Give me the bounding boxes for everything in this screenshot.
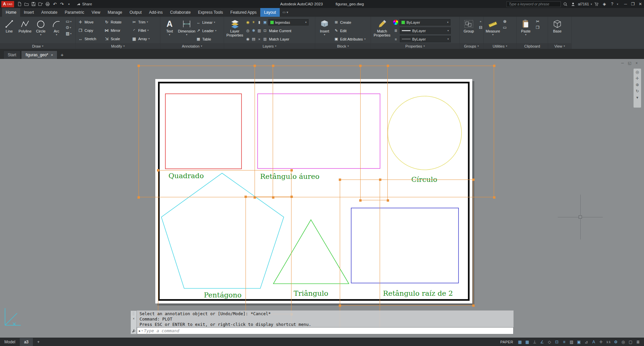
rotate-button[interactable]: ↻Rotate — [103, 20, 131, 24]
wrench-icon[interactable] — [132, 329, 136, 333]
panel-view-label[interactable]: View▾ — [548, 43, 571, 49]
line-button[interactable]: Line — [1, 18, 17, 43]
pan-icon[interactable]: ✛ — [636, 76, 639, 80]
file-tab-start[interactable]: Start — [3, 51, 20, 59]
command-prompt-icon[interactable]: ▸ — [139, 329, 141, 333]
viewport-grip[interactable] — [339, 179, 341, 181]
user-icon[interactable] — [570, 1, 576, 7]
annotation-scale-icon[interactable]: 1:1 — [605, 339, 612, 345]
clean-screen-icon[interactable]: ▢ — [627, 339, 634, 345]
transparency-icon[interactable]: ▨ — [568, 339, 575, 345]
dynamic-ucs-icon[interactable]: ⊿ — [583, 339, 590, 345]
user-menu-caret[interactable]: ▾ — [591, 3, 592, 6]
lineweight-dropdown[interactable]: ByLayer ▾ — [400, 27, 451, 34]
panel-properties-label[interactable]: Properties▾ — [371, 43, 459, 49]
viewport-grip[interactable] — [245, 196, 247, 198]
cut-clip-tool[interactable]: ✂ — [535, 19, 540, 24]
layer-tool-icon-3-1[interactable]: ◉ — [246, 37, 250, 41]
restore-button[interactable]: ❐ — [629, 0, 637, 8]
save-icon[interactable] — [30, 1, 37, 7]
viewport-grip[interactable] — [272, 65, 274, 67]
undo-icon[interactable]: ↶ — [51, 1, 58, 7]
move-button[interactable]: ✛Move — [77, 20, 103, 24]
viewport-grip[interactable] — [290, 169, 293, 171]
doc-restore-button[interactable]: ◱ — [627, 61, 632, 65]
annotation-visibility-icon[interactable]: A — [590, 339, 597, 345]
match-properties-button[interactable]: Match Properties — [372, 18, 392, 43]
layer-tool-icon-3-3[interactable]: × — [257, 37, 262, 41]
copy-button[interactable]: ❒Copy — [77, 28, 103, 33]
autodesk-access-icon[interactable]: ◈ — [601, 1, 607, 7]
tab-layout[interactable]: Layout — [260, 8, 280, 17]
stretch-button[interactable]: ↔Stretch — [77, 37, 103, 41]
command-close-icon[interactable]: × — [133, 317, 135, 321]
tab-view[interactable]: View — [88, 8, 104, 17]
open-icon[interactable] — [23, 1, 30, 7]
tab-collaborate[interactable]: Collaborate — [166, 8, 194, 17]
viewport-grip[interactable] — [472, 179, 475, 181]
drawing-canvas[interactable]: QuadradoRetângulo áureoCírculoPentágonoT… — [0, 59, 644, 338]
viewport-grip[interactable] — [290, 196, 293, 198]
arc-button[interactable]: Arc▾ — [49, 18, 64, 43]
dimension-button[interactable]: Dimension▾ — [179, 18, 195, 43]
layer-tool-icon-3-4[interactable]: ▥ — [263, 37, 267, 41]
layer-tool-icon-2-1[interactable]: ◎ — [246, 28, 250, 33]
viewport-grip[interactable] — [493, 65, 495, 67]
make-current-button[interactable]: Make Current — [269, 29, 291, 33]
layer-tool-icon-1-1[interactable]: ◉ — [246, 20, 250, 24]
plot-icon[interactable] — [44, 1, 51, 7]
ortho-mode-icon[interactable]: ⊥ — [531, 339, 538, 345]
drag-handle-icon[interactable]: ∷∷ — [132, 312, 135, 316]
viewport-grip[interactable] — [379, 179, 381, 181]
new-layout-button[interactable]: + — [33, 338, 44, 346]
snap-mode-icon[interactable]: ▩ — [524, 339, 531, 345]
viewport-grip[interactable] — [138, 196, 140, 199]
viewport-grip[interactable] — [359, 65, 362, 67]
circle-button[interactable]: Circle▾ — [33, 18, 49, 43]
panel-block-label[interactable]: Block▾ — [315, 43, 371, 49]
save-as-icon[interactable] — [37, 1, 44, 7]
autocad-logo[interactable]: A CAD — [1, 1, 14, 7]
file-tab-figuras-geo[interactable]: figuras_geo*× — [21, 51, 57, 59]
panel-layers-label[interactable]: Layers▾ — [224, 43, 315, 49]
viewport-grip[interactable] — [254, 65, 256, 67]
annotation-monitor-icon[interactable]: ◎ — [620, 339, 627, 345]
qat-menu-icon[interactable]: ▾ — [65, 1, 72, 7]
edit-button[interactable]: ✎Edit — [334, 26, 366, 35]
cart-icon[interactable] — [594, 1, 600, 7]
layer-tool-icon-3-2[interactable]: ▤ — [251, 37, 256, 41]
new-file-icon[interactable] — [16, 1, 23, 7]
viewport-grip[interactable] — [472, 304, 475, 307]
layer-dropdown[interactable]: legendas▾ — [268, 19, 309, 25]
panel-draw-label[interactable]: Draw▾ — [0, 43, 75, 49]
hatch-tool[interactable]: ▨▾ — [66, 31, 71, 36]
username[interactable]: al7161 — [578, 2, 589, 6]
tab-manage[interactable]: Manage — [104, 8, 126, 17]
layer-tool-icon-1-3[interactable]: ▮ — [257, 20, 262, 24]
layer-tool-icon-1-2[interactable]: ☀ — [251, 20, 256, 24]
tab-output[interactable]: Output — [126, 8, 145, 17]
command-input[interactable] — [144, 328, 512, 333]
ellipse-tool[interactable]: ⊙▾ — [66, 25, 71, 30]
selection-cycling-icon[interactable]: ▣ — [576, 339, 582, 345]
viewport-grip[interactable] — [157, 169, 159, 171]
zoom-icon[interactable]: ⊕ — [636, 83, 639, 87]
workspace-switching-icon[interactable]: ⚙ — [612, 339, 619, 345]
search-icon[interactable] — [562, 1, 569, 7]
tab-express-tools[interactable]: Express Tools — [194, 8, 226, 17]
grid-display-icon[interactable]: ▦ — [517, 339, 523, 345]
text-button[interactable]: A Text▾ — [162, 18, 177, 43]
rectangle-tool[interactable]: ▭▾ — [66, 19, 71, 24]
command-line-grip[interactable]: ∷∷ × — [130, 310, 137, 334]
linetype-dropdown[interactable]: ByLayer ▾ — [400, 36, 451, 42]
group-edit-tool[interactable]: ⊟ — [478, 25, 483, 30]
object-color-dropdown[interactable]: ByLayer ▾ — [399, 19, 450, 25]
mirror-button[interactable]: ⋈Mirror — [103, 28, 131, 33]
panel-utilities-label[interactable]: Utilities▾ — [484, 43, 516, 49]
object-snap-icon[interactable]: ⊡ — [553, 339, 560, 345]
layer-tool-icon-2-4[interactable]: ⊡ — [263, 28, 267, 33]
layer-tool-icon-1-4[interactable]: ▣ — [263, 20, 267, 24]
fillet-button[interactable]: ◜Fillet▾ — [131, 28, 159, 33]
viewport-7[interactable] — [340, 180, 380, 332]
viewport-grip[interactable] — [138, 65, 140, 67]
